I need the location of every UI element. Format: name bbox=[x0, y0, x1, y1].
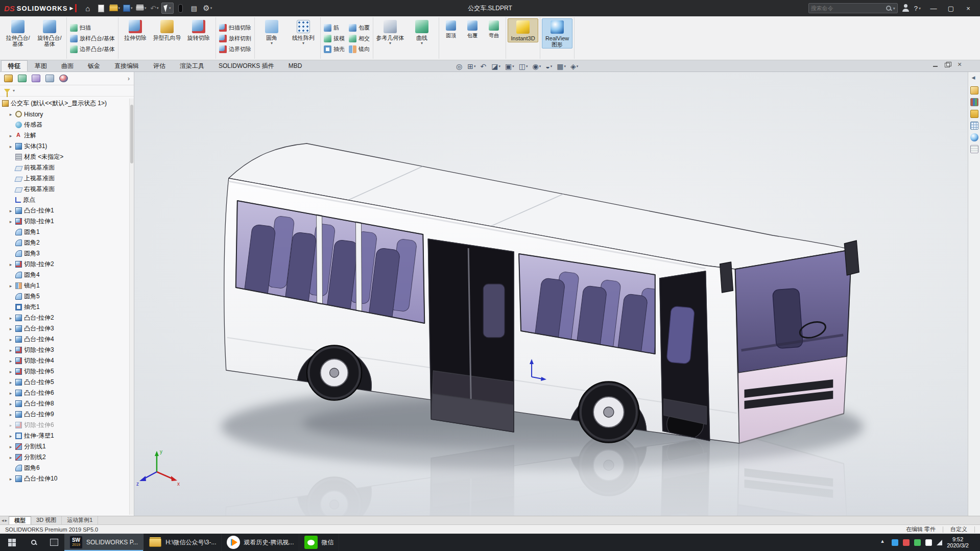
tree-item[interactable]: ▸ 凸台-拉伸3 bbox=[0, 323, 134, 334]
tree-item[interactable]: 传感器 bbox=[0, 119, 134, 130]
section-view[interactable]: ◪ ▾ bbox=[490, 61, 502, 71]
tree-item[interactable]: ▸ 凸台-拉伸6 bbox=[0, 388, 134, 398]
search-dropdown-icon[interactable]: ▾ bbox=[893, 6, 895, 11]
search-input[interactable] bbox=[811, 5, 884, 11]
tree-item[interactable]: ▸ 分割线2 bbox=[0, 452, 134, 463]
close-button[interactable]: × bbox=[960, 1, 977, 15]
swept-cut[interactable]: 扫描切除 bbox=[218, 22, 253, 33]
extruded-boss-base[interactable]: 拉伸凸台/基体 bbox=[3, 18, 33, 47]
tree-item[interactable]: 圆角1 bbox=[0, 227, 134, 237]
view-list-icon[interactable] bbox=[188, 3, 200, 14]
expand-arrow-icon[interactable]: ▸ bbox=[8, 112, 13, 117]
wrap[interactable]: 包覆 bbox=[347, 22, 371, 33]
hole-wizard[interactable]: 异型孔向导 bbox=[152, 18, 182, 41]
model-tab[interactable]: 3D 视图 bbox=[31, 516, 62, 524]
tree-item[interactable]: 前视基准面 bbox=[0, 162, 134, 173]
help-menu[interactable]: ?▾ bbox=[914, 5, 921, 12]
file-explorer[interactable]: H:\微信公众号\3-... bbox=[144, 534, 222, 551]
tree-item[interactable]: 圆角3 bbox=[0, 248, 134, 259]
hide-show-items[interactable]: ◉ ▾ bbox=[531, 61, 542, 71]
tree-item[interactable]: ▸ 切除-拉伸1 bbox=[0, 216, 134, 227]
realview-graphics[interactable]: RealView 图形 bbox=[542, 18, 572, 49]
graphics-viewport[interactable]: y x z bbox=[134, 72, 968, 516]
expand-arrow-icon[interactable]: ▸ bbox=[8, 133, 13, 138]
tree-item[interactable]: ▸ 注解 bbox=[0, 130, 134, 141]
design-library-icon[interactable] bbox=[970, 98, 978, 106]
status-customize[interactable]: 自定义 bbox=[950, 525, 967, 533]
boundary-boss-base[interactable]: 边界凸台/基体 bbox=[68, 44, 116, 54]
expand-arrow-icon[interactable]: ▸ bbox=[8, 283, 13, 289]
resources-home-icon[interactable] bbox=[970, 86, 978, 94]
scrollbar-thumb[interactable] bbox=[130, 105, 133, 163]
expand-arrow-icon[interactable]: ▸ bbox=[8, 423, 13, 428]
swept-boss-base[interactable]: 扫描 bbox=[68, 22, 116, 33]
curves[interactable]: 曲线 ▾ bbox=[407, 18, 437, 46]
tree-item[interactable]: ▸ 凸台-拉伸9 bbox=[0, 409, 134, 420]
tree-item[interactable]: ▸ 凸台-拉伸10 bbox=[0, 473, 134, 484]
print-icon[interactable]: ▾ bbox=[135, 3, 147, 14]
zoom-to-area[interactable]: ⊞ ▾ bbox=[466, 61, 477, 71]
tree-item[interactable]: ▸ 拉伸-薄壁1 bbox=[0, 430, 134, 441]
tab-scroll-right-icon[interactable]: ▸ bbox=[5, 518, 8, 523]
command-tab[interactable]: 草图 bbox=[28, 60, 54, 71]
expand-arrow-icon[interactable]: ▸ bbox=[8, 316, 13, 321]
command-tab[interactable]: 特征 bbox=[1, 60, 28, 71]
tree-item[interactable]: ▸ 切除-拉伸4 bbox=[0, 355, 134, 366]
tree-item[interactable]: ▸ 凸台-拉伸4 bbox=[0, 334, 134, 345]
display-style[interactable]: ◫ ▾ bbox=[517, 61, 530, 71]
solidworks[interactable]: SW2019 SOLIDWORKS P... bbox=[64, 534, 144, 551]
collapse-arrow-icon[interactable] bbox=[970, 75, 978, 83]
tree-item[interactable]: 圆角4 bbox=[0, 270, 134, 280]
flex[interactable]: 弯曲 bbox=[484, 18, 504, 41]
configuration-manager-tab-icon[interactable] bbox=[32, 75, 40, 82]
appearances-icon[interactable] bbox=[970, 133, 978, 141]
dome[interactable]: 圆顶 bbox=[441, 18, 461, 41]
mirror[interactable]: 镜向 bbox=[347, 44, 371, 54]
feature-manager-tab-icon[interactable] bbox=[4, 75, 13, 82]
command-tab[interactable]: 直接编辑 bbox=[107, 60, 146, 71]
boundary-cut[interactable]: 边界切除 bbox=[218, 44, 253, 54]
expand-arrow-icon[interactable]: ▸ bbox=[8, 434, 13, 439]
tree-item[interactable]: 材质 <未指定> bbox=[0, 152, 134, 162]
tree-item[interactable]: ▸ 镜向1 bbox=[0, 280, 134, 291]
tray-expand-icon[interactable] bbox=[880, 539, 887, 546]
tree-item[interactable]: ▸ 凸台-拉伸8 bbox=[0, 398, 134, 409]
expand-arrow-icon[interactable]: ▸ bbox=[8, 208, 13, 213]
expand-arrow-icon[interactable]: ▸ bbox=[8, 348, 13, 353]
view-palette-icon[interactable] bbox=[970, 122, 978, 130]
revolved-cut[interactable]: 旋转切除 bbox=[183, 18, 214, 41]
shell[interactable]: 抽壳 bbox=[322, 44, 346, 54]
model-tab[interactable]: 运动算例1 bbox=[62, 516, 98, 524]
command-tab[interactable]: 渲染工具 bbox=[173, 60, 211, 71]
tree-item[interactable]: ▸ 凸台-拉伸2 bbox=[0, 313, 134, 323]
dimxpert-manager-tab-icon[interactable] bbox=[45, 75, 54, 82]
rear-wheel[interactable] bbox=[307, 345, 362, 400]
tree-item[interactable]: ▸ 切除-拉伸2 bbox=[0, 259, 134, 270]
property-manager-tab-icon[interactable] bbox=[18, 75, 27, 82]
tree-item[interactable]: ▸ 切除-拉伸3 bbox=[0, 345, 134, 355]
apply-scene[interactable]: ▦ ▾ bbox=[555, 61, 567, 71]
tree-item[interactable]: 圆角6 bbox=[0, 463, 134, 473]
rib[interactable]: 筋 bbox=[322, 22, 346, 33]
view-settings[interactable]: ◈ ▾ bbox=[569, 61, 580, 71]
doc-minimize-icon[interactable] bbox=[932, 62, 939, 68]
doc-close-icon[interactable] bbox=[957, 62, 964, 68]
maximize-button[interactable]: ▢ bbox=[942, 1, 960, 15]
minimize-button[interactable]: — bbox=[925, 1, 942, 15]
taskbar-clock[interactable]: 9:52 2020/3/2 bbox=[947, 536, 969, 548]
tray-app-icon[interactable] bbox=[903, 539, 910, 546]
taskbar-search-button[interactable] bbox=[23, 534, 44, 551]
panel-flyout-arrow-icon[interactable]: › bbox=[128, 75, 130, 82]
revolved-boss-base[interactable]: 旋转凸台/基体 bbox=[34, 18, 65, 47]
file-explorer-icon[interactable] bbox=[970, 110, 978, 118]
options-gear-icon[interactable]: ▾ bbox=[201, 3, 213, 14]
expand-arrow-icon[interactable]: ▸ bbox=[8, 412, 13, 417]
undo-icon[interactable]: ▾ bbox=[148, 3, 160, 14]
network-icon[interactable] bbox=[937, 540, 942, 545]
expand-arrow-icon[interactable]: ▸ bbox=[8, 369, 13, 374]
expand-arrow-icon[interactable]: ▸ bbox=[8, 391, 13, 396]
tree-item[interactable]: 抽壳1 bbox=[0, 302, 134, 313]
zoom-to-fit[interactable]: ◎ bbox=[455, 61, 464, 71]
command-tab[interactable]: SOLIDWORKS 插件 bbox=[211, 60, 281, 71]
wrap-2[interactable]: 包覆 bbox=[462, 18, 483, 41]
